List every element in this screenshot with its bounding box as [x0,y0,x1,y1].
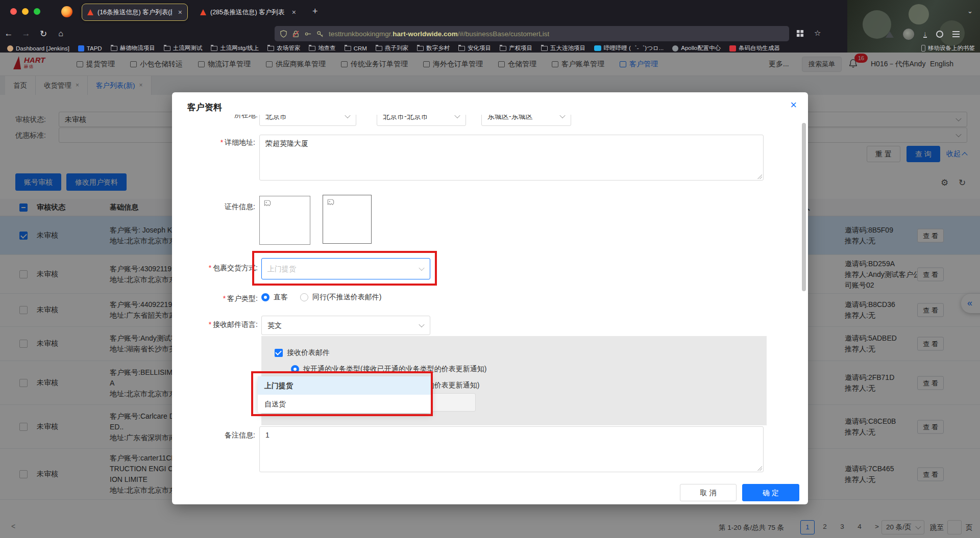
bookmark-icon [594,45,601,51]
customer-info-modal: 客户资料 × *所在地: 北京市 北京市-北京市 东城区-东城区 *详细地址: … [172,92,808,504]
profile-avatar[interactable] [903,29,914,40]
address-textarea[interactable]: 荣超英隆大厦 [259,135,764,181]
mail-lang-label: *接收邮件语言: [176,320,258,329]
phone-icon [921,45,925,52]
bookmark-item[interactable]: 赫德物流项目 [111,44,155,52]
browser-titlebar: (16条推送信息) 客户列表(新) - × (285条推送信息) 客户列表 - … [0,0,980,23]
bookmark-icon [7,45,13,52]
bookmark-icon [211,46,217,51]
close-window-button[interactable] [10,8,17,15]
cert-image-box-2[interactable] [323,195,372,244]
location-city-select[interactable]: 北京市-北京市 [377,115,466,126]
reload-button[interactable]: ↻ [35,29,52,39]
cancel-button[interactable]: 取 消 [680,484,737,501]
bookmark-item[interactable]: TAPD [78,45,102,52]
resize-handle-icon[interactable] [757,466,762,471]
bookmark-item[interactable]: 农场管家 [267,44,300,52]
broken-image-icon [326,198,335,208]
bookmark-item[interactable]: 数字乡村 [417,44,450,52]
delivery-label: *包裹交货方式: [176,264,258,273]
annotation-box-select [252,251,437,286]
hart-favicon [87,9,93,15]
extension-hat-icon[interactable] [886,31,894,38]
shield-icon[interactable] [280,30,287,38]
radio-icon [300,293,308,301]
bookmark-item[interactable]: 地查查 [309,44,336,52]
bookmark-icon [345,46,351,51]
address-label: *详细地址: [174,138,255,147]
bookmark-item[interactable]: 土流网stg/线上 [211,44,259,52]
close-tab-icon[interactable]: × [292,8,296,16]
bookmark-item[interactable]: CRM [345,45,367,52]
bookmark-icon [541,46,548,51]
bookmark-item[interactable]: 燕子到家 [376,44,408,52]
bookmark-icon [78,45,84,52]
bookmark-item[interactable]: 土流网测试 [164,44,203,52]
window-controls[interactable] [10,8,40,15]
lock-slash-icon[interactable] [292,30,300,38]
maximize-window-button[interactable] [34,8,40,15]
bookmark-star-icon[interactable]: ☆ [814,29,821,38]
downloads-icon[interactable]: ↓ [923,31,927,38]
bookmark-icon [309,46,315,51]
type-radio-direct[interactable]: 直客 [261,293,288,302]
confirm-button[interactable]: 确 定 [742,484,799,501]
list-all-tabs-chevron-icon[interactable]: ⌄ [967,7,973,15]
chevron-down-icon [419,322,424,327]
url-bar[interactable]: testtrunkbookingmgr.hart-worldwide.com/#… [275,26,789,41]
bookmark-item[interactable]: 安化项目 [458,44,491,52]
browser-chrome: (16条推送信息) 客户列表(新) - × (285条推送信息) 客户列表 - … [0,0,980,53]
forward-button[interactable]: → [17,29,35,39]
new-tab-button[interactable]: + [312,6,318,17]
modal-scrollbar[interactable] [802,118,806,495]
hart-favicon [200,9,206,15]
type-label: *客户类型: [176,294,258,303]
browser-tab[interactable]: (285条推送信息) 客户列表 - 赫 × [195,4,301,21]
scrollbar-thumb[interactable] [802,123,806,291]
chevron-down-icon [454,115,460,118]
price-mail-checkbox[interactable]: 接收价表邮件 [275,348,330,357]
account-icon[interactable] [936,31,943,38]
mail-lang-select[interactable]: 英文 [261,316,430,335]
radio-selected-icon [261,293,270,301]
checkbox-checked-icon [275,349,283,357]
bookmark-icon [458,46,465,51]
url-text: testtrunkbookingmgr.hart-worldwide.com/#… [329,30,549,38]
broken-image-icon [263,199,272,209]
bookmark-item[interactable]: 产权项目 [500,44,532,52]
cert-image-box-1[interactable] [259,196,310,245]
resize-handle-icon[interactable] [757,174,762,179]
firefox-icon [61,6,72,17]
type-radio-peer[interactable]: 同行(不推送价表邮件) [300,293,381,302]
modal-close-icon[interactable]: × [790,98,797,112]
cert-label: 证件信息: [174,202,255,212]
bookmark-item[interactable]: 五大连池项目 [541,44,585,52]
bookmark-icon [111,46,117,51]
home-button[interactable]: ⌂ [52,29,69,38]
bookmark-icon [729,45,736,52]
screenshot-grid-icon[interactable] [796,30,804,37]
location-province-select[interactable]: 北京市 [259,115,356,126]
remark-textarea[interactable]: 1 [259,426,764,472]
key-icon[interactable] [316,30,324,38]
browser-tab[interactable]: (16条推送信息) 客户列表(新) - × [82,4,188,21]
bookmarks-bar: Dashboard [Jenkins] TAPD 赫德物流项目 土流网测试 土流… [0,44,980,53]
bookmark-item[interactable]: 条码自动生成器 [729,44,780,52]
remark-label: 备注信息: [174,431,255,440]
bookmark-item[interactable]: Dashboard [Jenkins] [7,45,69,52]
close-tab-icon[interactable]: × [178,8,182,16]
chevron-down-icon [559,115,565,118]
location-district-select[interactable]: 东城区-东城区 [481,115,571,126]
browser-toolbar: ← → ↻ ⌂ testtrunkbookingmgr.hart-worldwi… [0,23,980,44]
bookmark-icon [417,46,424,51]
bookmark-item[interactable]: 哔哩哔哩 (゜-゜)つロ... [594,44,664,52]
menu-icon[interactable] [952,31,960,32]
web-page: HART 赫德 提货管理 小包仓储转运 物流订单管理 供应商账单管理 传统业务订… [0,53,980,538]
back-button[interactable]: ← [0,29,17,39]
bookmark-item[interactable]: Apollo配置中心 [672,44,721,52]
minimize-window-button[interactable] [22,8,29,15]
chevron-down-icon [345,115,350,118]
bookmark-item-mobile[interactable]: 移动设备上的书签 [921,44,975,52]
bookmark-icon [672,45,678,52]
permissions-icon[interactable] [304,30,312,38]
